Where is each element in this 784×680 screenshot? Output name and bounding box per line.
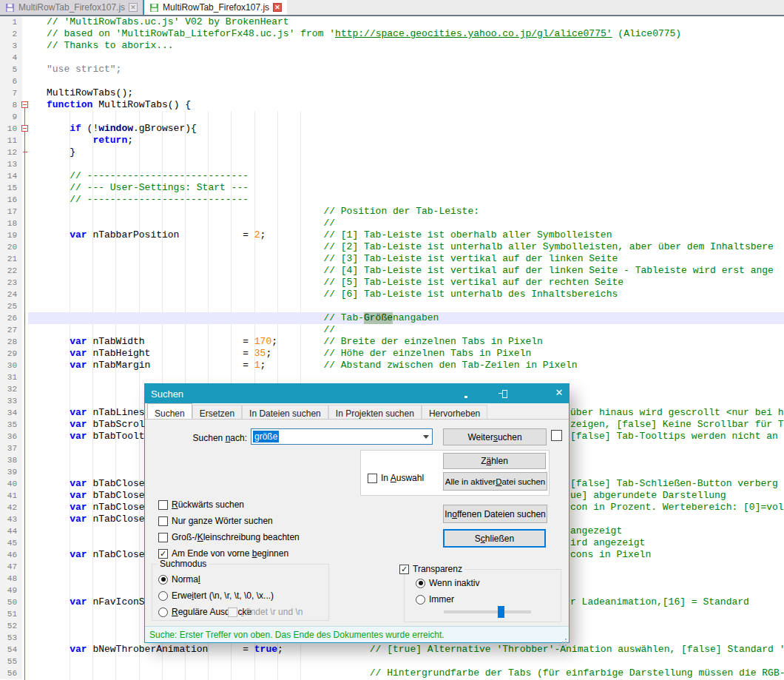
fold-margin (22, 265, 28, 277)
file-tab-inactive[interactable]: MultiRowTab_Firefox107.js✕ (0, 0, 143, 15)
find-all-current-button[interactable]: Alle in aktiver Datei suchen (443, 472, 547, 491)
search-mode-label: Suchmodus (157, 559, 209, 569)
search-mode-radio[interactable]: Erweitert (\n, \r, \t, \0, \x...) (158, 590, 274, 601)
code-text[interactable]: // 'MultiRowTabs.uc.js' V02 by BrokenHea… (28, 16, 784, 28)
find-dialog-tab-ersetzen[interactable]: Ersetzen (192, 405, 242, 419)
find-dialog-title: Suchen (151, 388, 183, 400)
close-button[interactable]: Schließen (443, 529, 546, 548)
code-line: 4 (0, 52, 784, 64)
code-token: ; (260, 360, 266, 371)
file-tab-active[interactable]: MultiRowTab_Firefox107.js✕ (143, 0, 287, 15)
fold-margin (22, 135, 28, 147)
code-token: var (70, 348, 87, 360)
code-text[interactable]: if (!window.gBrowser){ (28, 123, 784, 135)
transparency-radio[interactable]: Immer (416, 594, 454, 605)
code-text[interactable]: // (28, 324, 784, 336)
code-text[interactable]: "use strict"; (28, 64, 784, 75)
line-number: 35 (0, 419, 22, 431)
code-text[interactable]: function MultiRowTabs() { (28, 99, 784, 111)
code-token: window (98, 123, 133, 135)
code-token: // [5] Tab-Leiste ist vertikal auf der r… (323, 277, 624, 289)
fold-collapse-icon[interactable] (21, 125, 28, 132)
option-checkbox[interactable]: Nur ganze Wörter suchen (158, 516, 273, 526)
pin-icon[interactable] (499, 389, 508, 398)
count-button[interactable]: Zählen (443, 453, 546, 469)
find-status-bar: Suche: Erster Treffer von oben. Das Ende… (145, 626, 569, 642)
tab-close-icon[interactable]: ✕ (273, 3, 282, 12)
option-checkbox[interactable]: Rückwärts suchen (158, 499, 244, 510)
code-text[interactable]: // based on 'MultiRowTab_LiteforFx48.uc.… (28, 28, 784, 40)
code-text[interactable]: // [4] Tab-Leiste ist vertikal auf der l… (28, 265, 784, 277)
option-label: Rückwärts suchen (172, 499, 244, 510)
transparency-radio[interactable]: Wenn inaktiv (416, 578, 479, 588)
two-button-mode-checkbox[interactable] (551, 430, 562, 441)
code-text[interactable]: varnTabbarPosition=2;// [1] Tab-Leiste i… (28, 229, 784, 241)
find-dialog-tab-hervorheben[interactable]: Hervorheben (422, 405, 487, 419)
code-line: 26// Tab-Größenangaben (0, 312, 784, 324)
search-mode-radio[interactable]: Normal (158, 574, 200, 585)
close-icon[interactable]: ✕ (552, 387, 566, 398)
transparency-checkbox[interactable]: ✓ Transparenz (397, 564, 464, 574)
line-number: 30 (0, 360, 22, 371)
line-number: 17 (0, 206, 22, 218)
code-text[interactable] (28, 111, 784, 123)
code-text[interactable]: // Tab-Größenangaben (28, 312, 784, 324)
code-text[interactable] (28, 371, 784, 383)
code-text[interactable]: // [5] Tab-Leiste ist vertikal auf der r… (28, 277, 784, 289)
in-selection-checkbox[interactable]: In Auswahl (368, 473, 424, 483)
fold-margin (22, 466, 28, 478)
code-text[interactable] (28, 300, 784, 312)
code-text[interactable]: // Thanks to aborix... (28, 40, 784, 52)
code-token: // Abstand zwischen den Tab-Zeilen in Pi… (323, 360, 577, 371)
checkbox-icon: ✓ (158, 549, 168, 559)
code-text[interactable]: varnTabWidth=170;// Breite der einzelnen… (28, 336, 784, 348)
code-text[interactable] (28, 656, 784, 667)
code-text[interactable] (28, 158, 784, 170)
code-line: 54varbNewThroberAnimation=true;// [true]… (0, 644, 784, 656)
slider-thumb[interactable] (498, 606, 504, 618)
code-token: MultiRowTabs() { (92, 99, 191, 110)
tab-close-icon[interactable]: ✕ (129, 3, 138, 12)
code-text[interactable] (28, 52, 784, 64)
fold-collapse-icon[interactable] (21, 101, 28, 108)
code-token: [false] Tab-Schließen-Button verberg (570, 478, 778, 490)
option-checkbox[interactable]: ✓Am Ende von vorne beginnen (158, 548, 288, 559)
code-text[interactable]: varbNewThroberAnimation=true;// [true] A… (28, 644, 784, 656)
transparency-slider[interactable] (444, 610, 531, 613)
code-text[interactable]: // ---------------------------- (28, 170, 784, 182)
code-text[interactable]: // Hintergrundfarbe der Tabs (für einfar… (28, 667, 784, 679)
code-text[interactable]: // Position der Tab-Leiste: (28, 206, 784, 218)
code-text[interactable]: } (28, 147, 784, 158)
code-text[interactable]: // ---------------------------- (28, 194, 784, 206)
code-text[interactable]: return; (28, 135, 784, 147)
find-dialog-tab-suchen[interactable]: Suchen (147, 403, 192, 419)
resize-grip[interactable] (565, 639, 567, 640)
code-text[interactable]: // [6] Tab-Leiste ist unterhalb des Inha… (28, 289, 784, 300)
code-text[interactable]: varnTabMargin=1;// Abstand zwischen den … (28, 360, 784, 371)
code-token: bTabClose (92, 478, 144, 490)
search-input[interactable]: größe (251, 428, 433, 445)
code-text[interactable]: MultiRowTabs(); (28, 87, 784, 99)
code-line: 29varnTabHeight=35;// Höhe der einzelnen… (0, 348, 784, 360)
find-dialog-tab-in-projekten-suchen[interactable]: In Projekten suchen (328, 405, 422, 419)
line-number: 1 (0, 16, 22, 28)
code-text[interactable]: // --- User-Settings: Start --- (28, 182, 784, 194)
fold-margin (22, 300, 28, 312)
find-dialog-tab-in-dateien-suchen[interactable]: In Dateien suchen (242, 405, 328, 419)
code-text[interactable]: varnTabHeight=35;// Höhe der einzelnen T… (28, 348, 784, 360)
find-next-button[interactable]: Weiter suchen (443, 428, 547, 445)
fold-margin (22, 573, 28, 585)
code-text[interactable]: // [2] Tab-Leiste ist unterhalb aller Sy… (28, 241, 784, 253)
fold-margin (22, 277, 28, 289)
line-number: 5 (0, 64, 22, 75)
minimize-dot-icon[interactable] (464, 396, 467, 398)
dot-matches-newline-checkbox[interactable]: . findet \r und \n (228, 607, 303, 617)
code-text[interactable]: // [3] Tab-Leiste ist vertikal auf der l… (28, 253, 784, 265)
code-text[interactable] (28, 75, 784, 87)
find-all-open-button[interactable]: In offenen Dateien suchen (443, 505, 547, 523)
checkbox-icon: ✓ (399, 565, 409, 574)
option-checkbox[interactable]: Groß-/Kleinschreibung beachten (158, 532, 300, 542)
code-text[interactable]: // (28, 218, 784, 229)
chevron-down-icon[interactable] (420, 432, 432, 442)
find-dialog-titlebar[interactable]: Suchen ✕ (145, 384, 569, 403)
